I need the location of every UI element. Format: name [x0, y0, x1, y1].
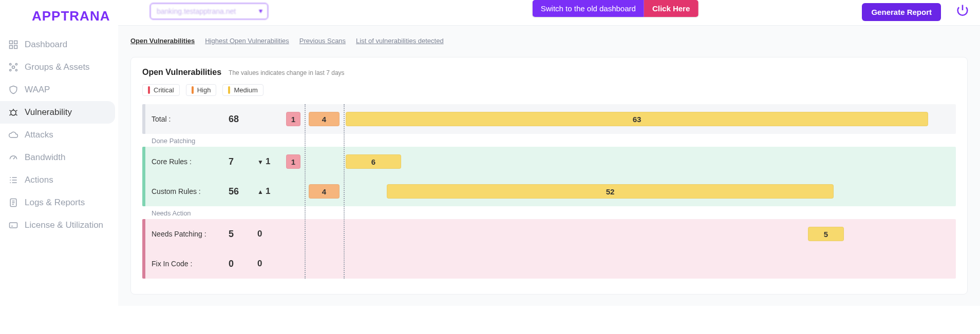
sidebar-item-label: WAAP — [25, 85, 50, 95]
sidebar-item-label: Actions — [25, 175, 53, 185]
legend-medium[interactable]: Medium — [222, 84, 263, 96]
divider-critical-high — [305, 104, 306, 279]
sidebar-item-groups-assets[interactable]: Groups & Assets — [0, 56, 115, 78]
row-change: 1 — [257, 156, 286, 167]
svg-point-9 — [11, 110, 16, 115]
dashboard-icon — [8, 40, 18, 50]
svg-rect-3 — [14, 46, 17, 49]
row-fix-in-code: Fix In Code : 0 0 — [142, 249, 956, 279]
row-bars: 452 — [286, 176, 956, 206]
sidebar-item-dashboard[interactable]: Dashboard — [0, 33, 115, 56]
row-label: Custom Rules : — [152, 187, 229, 195]
bar-high: 4 — [309, 184, 340, 199]
row-total-value: 0 — [229, 259, 257, 269]
svg-point-5 — [10, 64, 11, 65]
sidebar-item-actions[interactable]: Actions — [0, 169, 115, 191]
card-subtitle: The values indicates change in last 7 da… — [229, 69, 344, 76]
assets-icon — [8, 62, 18, 72]
anchor-open-vulnerabilities[interactable]: Open Vulnerabilities — [130, 37, 195, 45]
row-label: Total : — [152, 115, 229, 123]
change-value: 0 — [257, 229, 262, 239]
bar-medium: 63 — [346, 112, 928, 126]
row-total-value: 56 — [229, 186, 257, 197]
row-bars — [286, 249, 956, 279]
sidebar-item-logs-reports[interactable]: Logs & Reports — [0, 191, 115, 214]
domain-select[interactable]: banking.testapptrana.net — [150, 3, 268, 19]
document-icon — [8, 198, 18, 208]
svg-rect-1 — [14, 41, 17, 44]
sidebar-item-label: Logs & Reports — [25, 198, 85, 208]
arrow-down-icon — [257, 156, 263, 167]
row-change: 0 — [257, 229, 286, 239]
swatch-critical — [148, 86, 150, 94]
sidebar-item-attacks[interactable]: Attacks — [0, 124, 115, 146]
svg-point-7 — [10, 69, 11, 71]
sidebar-item-waap[interactable]: WAAP — [0, 78, 115, 101]
svg-rect-0 — [10, 41, 13, 44]
sidebar-item-label: Vulnerability — [25, 107, 72, 117]
change-value: 1 — [266, 186, 270, 197]
bar-medium: 6 — [346, 154, 401, 169]
row-total-value: 68 — [229, 114, 257, 125]
sidebar-item-label: Attacks — [25, 130, 53, 140]
sidebar-item-bandwidth[interactable]: Bandwidth — [0, 146, 115, 169]
swatch-high — [192, 86, 194, 94]
power-icon[interactable] — [955, 3, 970, 17]
open-vulnerabilities-card: Open Vulnerabilities The values indicate… — [130, 57, 968, 294]
topbar: banking.testapptrana.net Switch to the o… — [118, 0, 980, 25]
sidebar-item-label: Bandwidth — [25, 152, 65, 163]
swatch-medium — [228, 86, 230, 94]
sidebar-item-label: License & Utilization — [25, 220, 103, 230]
svg-point-6 — [15, 64, 17, 65]
cloud-icon — [8, 130, 18, 140]
content-area: Open Vulnerabilities Highest Open Vulner… — [118, 25, 980, 306]
change-value: 1 — [266, 156, 270, 167]
svg-point-4 — [12, 66, 15, 69]
anchor-previous-scans[interactable]: Previous Scans — [299, 37, 346, 45]
switch-banner-button[interactable]: Click Here — [644, 0, 698, 17]
bar-critical: 1 — [286, 154, 300, 169]
sidebar-item-vulnerability[interactable]: Vulnerability — [0, 101, 115, 124]
done-patching-section: Core Rules : 7 1 16 Custom Rules : 56 1 … — [142, 147, 956, 206]
bar-high: 4 — [309, 112, 340, 126]
svg-rect-2 — [10, 46, 13, 49]
row-total-value: 7 — [229, 156, 257, 167]
divider-high-medium — [344, 104, 345, 279]
row-custom-rules: Custom Rules : 56 1 452 — [142, 176, 956, 206]
bar-medium: 52 — [387, 184, 834, 199]
vulnerability-chart: Total : 68 1463 Done Patching Core Rules… — [142, 104, 956, 279]
sidebar-item-label: Groups & Assets — [25, 62, 90, 72]
card-icon — [8, 220, 18, 230]
row-total: Total : 68 1463 — [142, 104, 956, 134]
row-label: Core Rules : — [152, 158, 229, 166]
generate-report-button[interactable]: Generate Report — [862, 3, 941, 21]
row-label: Fix In Code : — [152, 260, 229, 268]
sidebar-item-label: Dashboard — [25, 40, 67, 50]
legend-high[interactable]: High — [186, 84, 217, 96]
row-bars: 16 — [286, 147, 956, 176]
bar-critical: 1 — [286, 112, 300, 126]
list-icon — [8, 175, 18, 185]
anchor-list-vulnerabilities-detected[interactable]: List of vulnerabilities detected — [356, 37, 444, 45]
switch-dashboard-banner: Switch to the old dashboard Click Here — [533, 0, 699, 17]
card-title: Open Vulnerabilities — [142, 68, 221, 77]
bar-medium: 5 — [808, 227, 844, 241]
svg-rect-11 — [10, 223, 17, 228]
row-change: 0 — [257, 259, 286, 269]
row-needs-patching: Needs Patching : 5 0 5 — [142, 219, 956, 249]
row-total-value: 5 — [229, 229, 257, 240]
severity-legend: Critical High Medium — [142, 84, 956, 96]
svg-point-8 — [15, 69, 17, 71]
needs-action-section: Needs Patching : 5 0 5 Fix In Code : 0 0 — [142, 219, 956, 279]
domain-select-value: banking.testapptrana.net — [157, 7, 236, 15]
legend-critical[interactable]: Critical — [142, 84, 180, 96]
row-change: 1 — [257, 186, 286, 197]
section-done-patching: Done Patching — [142, 134, 956, 147]
row-core-rules: Core Rules : 7 1 16 — [142, 147, 956, 176]
sidebar: APPTRANA Dashboard Groups & Assets WAAP … — [0, 0, 118, 334]
total-section: Total : 68 1463 — [142, 104, 956, 134]
anchor-highest-open-vulnerabilities[interactable]: Highest Open Vulnerabilities — [205, 37, 289, 45]
sidebar-item-license-utilization[interactable]: License & Utilization — [0, 214, 115, 237]
anchor-links: Open Vulnerabilities Highest Open Vulner… — [130, 37, 968, 45]
arrow-up-icon — [257, 186, 263, 197]
